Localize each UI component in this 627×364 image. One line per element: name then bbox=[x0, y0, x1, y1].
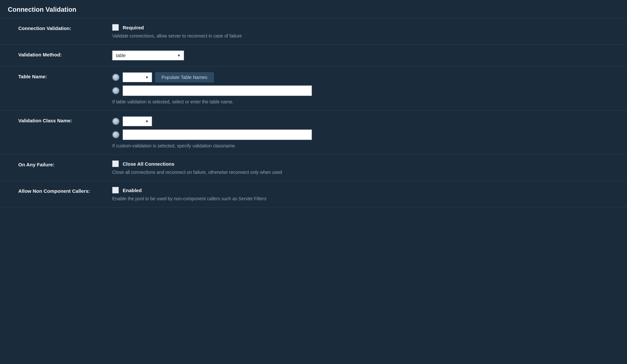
label-close-all: Close All Connections bbox=[123, 161, 175, 167]
value-validation-method: table auto query custom-validation bbox=[104, 45, 627, 67]
row-allow-non-component: Allow Non Component Callers: Enabled Ena… bbox=[0, 181, 627, 207]
checkbox-required[interactable] bbox=[112, 24, 119, 31]
validation-method-select-wrapper: table auto query custom-validation bbox=[112, 51, 184, 60]
label-on-any-failure: On Any Failure: bbox=[0, 155, 104, 181]
checkbox-row-close-all: Close All Connections bbox=[112, 160, 619, 167]
value-allow-non-component: Enabled Enable the pool to be used by no… bbox=[104, 181, 627, 207]
hint-validation-class-name: If custom-validation is selected, specif… bbox=[112, 143, 619, 148]
label-connection-validation: Connection Validation: bbox=[0, 18, 104, 45]
class-name-input[interactable] bbox=[123, 129, 312, 140]
value-validation-class-name: If custom-validation is selected, specif… bbox=[104, 111, 627, 155]
label-table-name: Table Name: bbox=[0, 67, 104, 111]
row-validation-class-name: Validation Class Name: If custom-validat… bbox=[0, 111, 627, 155]
value-table-name: Populate Table Names If table validation… bbox=[104, 67, 627, 111]
hint-on-any-failure: Close all connections and reconnect on f… bbox=[112, 170, 619, 175]
radio-row-table-input bbox=[112, 85, 619, 96]
radio-row-table-select: Populate Table Names bbox=[112, 72, 619, 82]
form-table: Connection Validation: Required Validate… bbox=[0, 18, 627, 207]
connection-validation-panel: Connection Validation Connection Validat… bbox=[0, 0, 627, 207]
radio-row-class-select bbox=[112, 116, 619, 126]
checkbox-enabled[interactable] bbox=[112, 187, 119, 193]
radio-table-select[interactable] bbox=[112, 74, 119, 81]
table-name-select-wrapper bbox=[123, 72, 152, 82]
checkbox-close-all[interactable] bbox=[112, 160, 119, 167]
radio-table-input[interactable] bbox=[112, 87, 119, 94]
hint-connection-validation: Validate connections, allow server to re… bbox=[112, 33, 619, 38]
hint-table-name: If table validation is selected, select … bbox=[112, 99, 619, 104]
radio-class-select[interactable] bbox=[112, 118, 119, 125]
row-connection-validation: Connection Validation: Required Validate… bbox=[0, 18, 627, 45]
row-validation-method: Validation Method: table auto query cust… bbox=[0, 45, 627, 67]
label-enabled: Enabled bbox=[123, 188, 142, 193]
label-required: Required bbox=[123, 25, 144, 30]
label-validation-class-name: Validation Class Name: bbox=[0, 111, 104, 155]
validation-method-select[interactable]: table auto query custom-validation bbox=[112, 51, 184, 60]
table-name-select[interactable] bbox=[123, 72, 152, 82]
label-allow-non-component: Allow Non Component Callers: bbox=[0, 181, 104, 207]
checkbox-row-required: Required bbox=[112, 24, 619, 31]
value-connection-validation: Required Validate connections, allow ser… bbox=[104, 18, 627, 45]
table-name-input[interactable] bbox=[123, 85, 312, 96]
radio-class-input[interactable] bbox=[112, 131, 119, 138]
populate-table-names-button[interactable]: Populate Table Names bbox=[155, 72, 214, 82]
hint-allow-non-component: Enable the pool to be used by non-compon… bbox=[112, 196, 619, 201]
class-name-select[interactable] bbox=[123, 116, 152, 126]
radio-row-class-input bbox=[112, 129, 619, 140]
panel-title: Connection Validation bbox=[0, 0, 627, 18]
checkbox-row-enabled: Enabled bbox=[112, 187, 619, 193]
row-table-name: Table Name: Populate Table Names If bbox=[0, 67, 627, 111]
value-on-any-failure: Close All Connections Close all connecti… bbox=[104, 155, 627, 181]
row-on-any-failure: On Any Failure: Close All Connections Cl… bbox=[0, 155, 627, 181]
class-name-select-wrapper bbox=[123, 116, 152, 126]
label-validation-method: Validation Method: bbox=[0, 45, 104, 67]
